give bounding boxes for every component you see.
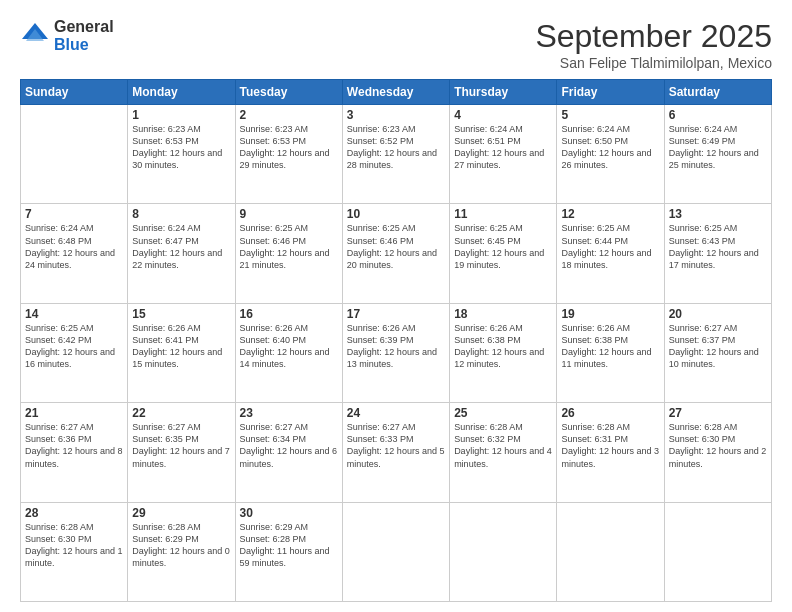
day-number: 8 <box>132 207 230 221</box>
cell-w2-d6: 13 Sunrise: 6:25 AMSunset: 6:43 PMDaylig… <box>664 204 771 303</box>
day-number: 2 <box>240 108 338 122</box>
day-number: 22 <box>132 406 230 420</box>
cell-w4-d0: 21 Sunrise: 6:27 AMSunset: 6:36 PMDaylig… <box>21 403 128 502</box>
day-number: 4 <box>454 108 552 122</box>
cell-w1-d0 <box>21 105 128 204</box>
cell-w4-d5: 26 Sunrise: 6:28 AMSunset: 6:31 PMDaylig… <box>557 403 664 502</box>
cell-info: Sunrise: 6:26 AMSunset: 6:41 PMDaylight:… <box>132 323 222 369</box>
cell-w4-d2: 23 Sunrise: 6:27 AMSunset: 6:34 PMDaylig… <box>235 403 342 502</box>
logo-blue-text: Blue <box>54 36 114 54</box>
cell-info: Sunrise: 6:26 AMSunset: 6:38 PMDaylight:… <box>454 323 544 369</box>
day-number: 30 <box>240 506 338 520</box>
cell-info: Sunrise: 6:26 AMSunset: 6:40 PMDaylight:… <box>240 323 330 369</box>
weekday-header-row: Sunday Monday Tuesday Wednesday Thursday… <box>21 80 772 105</box>
cell-w5-d6 <box>664 502 771 601</box>
day-number: 5 <box>561 108 659 122</box>
day-number: 18 <box>454 307 552 321</box>
week-row-3: 14 Sunrise: 6:25 AMSunset: 6:42 PMDaylig… <box>21 303 772 402</box>
cell-info: Sunrise: 6:28 AMSunset: 6:29 PMDaylight:… <box>132 522 230 568</box>
header-thursday: Thursday <box>450 80 557 105</box>
day-number: 7 <box>25 207 123 221</box>
cell-info: Sunrise: 6:27 AMSunset: 6:37 PMDaylight:… <box>669 323 759 369</box>
cell-w2-d5: 12 Sunrise: 6:25 AMSunset: 6:44 PMDaylig… <box>557 204 664 303</box>
cell-info: Sunrise: 6:25 AMSunset: 6:44 PMDaylight:… <box>561 223 651 269</box>
cell-w4-d3: 24 Sunrise: 6:27 AMSunset: 6:33 PMDaylig… <box>342 403 449 502</box>
cell-info: Sunrise: 6:24 AMSunset: 6:48 PMDaylight:… <box>25 223 115 269</box>
day-number: 29 <box>132 506 230 520</box>
cell-info: Sunrise: 6:27 AMSunset: 6:36 PMDaylight:… <box>25 422 123 468</box>
day-number: 10 <box>347 207 445 221</box>
cell-info: Sunrise: 6:27 AMSunset: 6:34 PMDaylight:… <box>240 422 338 468</box>
cell-info: Sunrise: 6:26 AMSunset: 6:38 PMDaylight:… <box>561 323 651 369</box>
cell-w2-d0: 7 Sunrise: 6:24 AMSunset: 6:48 PMDayligh… <box>21 204 128 303</box>
day-number: 27 <box>669 406 767 420</box>
cell-info: Sunrise: 6:25 AMSunset: 6:45 PMDaylight:… <box>454 223 544 269</box>
cell-w3-d6: 20 Sunrise: 6:27 AMSunset: 6:37 PMDaylig… <box>664 303 771 402</box>
logo: General Blue <box>20 18 114 53</box>
week-row-2: 7 Sunrise: 6:24 AMSunset: 6:48 PMDayligh… <box>21 204 772 303</box>
cell-w5-d1: 29 Sunrise: 6:28 AMSunset: 6:29 PMDaylig… <box>128 502 235 601</box>
cell-w3-d1: 15 Sunrise: 6:26 AMSunset: 6:41 PMDaylig… <box>128 303 235 402</box>
day-number: 14 <box>25 307 123 321</box>
cell-info: Sunrise: 6:25 AMSunset: 6:42 PMDaylight:… <box>25 323 115 369</box>
day-number: 21 <box>25 406 123 420</box>
day-number: 13 <box>669 207 767 221</box>
header: General Blue September 2025 San Felipe T… <box>20 18 772 71</box>
cell-w4-d1: 22 Sunrise: 6:27 AMSunset: 6:35 PMDaylig… <box>128 403 235 502</box>
cell-w1-d3: 3 Sunrise: 6:23 AMSunset: 6:52 PMDayligh… <box>342 105 449 204</box>
cell-info: Sunrise: 6:28 AMSunset: 6:31 PMDaylight:… <box>561 422 659 468</box>
week-row-1: 1 Sunrise: 6:23 AMSunset: 6:53 PMDayligh… <box>21 105 772 204</box>
cell-info: Sunrise: 6:25 AMSunset: 6:43 PMDaylight:… <box>669 223 759 269</box>
cell-w3-d0: 14 Sunrise: 6:25 AMSunset: 6:42 PMDaylig… <box>21 303 128 402</box>
cell-info: Sunrise: 6:27 AMSunset: 6:35 PMDaylight:… <box>132 422 230 468</box>
cell-w3-d5: 19 Sunrise: 6:26 AMSunset: 6:38 PMDaylig… <box>557 303 664 402</box>
cell-info: Sunrise: 6:23 AMSunset: 6:52 PMDaylight:… <box>347 124 437 170</box>
cell-w1-d2: 2 Sunrise: 6:23 AMSunset: 6:53 PMDayligh… <box>235 105 342 204</box>
title-section: September 2025 San Felipe Tlalmimilolpan… <box>535 18 772 71</box>
page: General Blue September 2025 San Felipe T… <box>0 0 792 612</box>
cell-info: Sunrise: 6:25 AMSunset: 6:46 PMDaylight:… <box>347 223 437 269</box>
cell-w4-d4: 25 Sunrise: 6:28 AMSunset: 6:32 PMDaylig… <box>450 403 557 502</box>
cell-w2-d2: 9 Sunrise: 6:25 AMSunset: 6:46 PMDayligh… <box>235 204 342 303</box>
week-row-5: 28 Sunrise: 6:28 AMSunset: 6:30 PMDaylig… <box>21 502 772 601</box>
day-number: 25 <box>454 406 552 420</box>
cell-w5-d4 <box>450 502 557 601</box>
cell-w5-d3 <box>342 502 449 601</box>
cell-info: Sunrise: 6:24 AMSunset: 6:47 PMDaylight:… <box>132 223 222 269</box>
cell-info: Sunrise: 6:28 AMSunset: 6:30 PMDaylight:… <box>669 422 767 468</box>
logo-icon <box>20 21 50 51</box>
week-row-4: 21 Sunrise: 6:27 AMSunset: 6:36 PMDaylig… <box>21 403 772 502</box>
cell-w4-d6: 27 Sunrise: 6:28 AMSunset: 6:30 PMDaylig… <box>664 403 771 502</box>
day-number: 17 <box>347 307 445 321</box>
header-saturday: Saturday <box>664 80 771 105</box>
cell-info: Sunrise: 6:29 AMSunset: 6:28 PMDaylight:… <box>240 522 330 568</box>
day-number: 16 <box>240 307 338 321</box>
day-number: 9 <box>240 207 338 221</box>
cell-info: Sunrise: 6:23 AMSunset: 6:53 PMDaylight:… <box>240 124 330 170</box>
cell-info: Sunrise: 6:28 AMSunset: 6:32 PMDaylight:… <box>454 422 552 468</box>
cell-info: Sunrise: 6:24 AMSunset: 6:49 PMDaylight:… <box>669 124 759 170</box>
cell-info: Sunrise: 6:24 AMSunset: 6:51 PMDaylight:… <box>454 124 544 170</box>
cell-w1-d1: 1 Sunrise: 6:23 AMSunset: 6:53 PMDayligh… <box>128 105 235 204</box>
header-sunday: Sunday <box>21 80 128 105</box>
cell-info: Sunrise: 6:25 AMSunset: 6:46 PMDaylight:… <box>240 223 330 269</box>
cell-info: Sunrise: 6:26 AMSunset: 6:39 PMDaylight:… <box>347 323 437 369</box>
day-number: 6 <box>669 108 767 122</box>
day-number: 28 <box>25 506 123 520</box>
cell-w2-d1: 8 Sunrise: 6:24 AMSunset: 6:47 PMDayligh… <box>128 204 235 303</box>
cell-w2-d3: 10 Sunrise: 6:25 AMSunset: 6:46 PMDaylig… <box>342 204 449 303</box>
day-number: 12 <box>561 207 659 221</box>
day-number: 11 <box>454 207 552 221</box>
cell-w1-d6: 6 Sunrise: 6:24 AMSunset: 6:49 PMDayligh… <box>664 105 771 204</box>
day-number: 19 <box>561 307 659 321</box>
day-number: 3 <box>347 108 445 122</box>
cell-w5-d2: 30 Sunrise: 6:29 AMSunset: 6:28 PMDaylig… <box>235 502 342 601</box>
calendar: Sunday Monday Tuesday Wednesday Thursday… <box>20 79 772 602</box>
logo-text: General Blue <box>54 18 114 53</box>
cell-w5-d5 <box>557 502 664 601</box>
cell-info: Sunrise: 6:24 AMSunset: 6:50 PMDaylight:… <box>561 124 651 170</box>
header-tuesday: Tuesday <box>235 80 342 105</box>
cell-w1-d4: 4 Sunrise: 6:24 AMSunset: 6:51 PMDayligh… <box>450 105 557 204</box>
cell-info: Sunrise: 6:28 AMSunset: 6:30 PMDaylight:… <box>25 522 123 568</box>
cell-w1-d5: 5 Sunrise: 6:24 AMSunset: 6:50 PMDayligh… <box>557 105 664 204</box>
